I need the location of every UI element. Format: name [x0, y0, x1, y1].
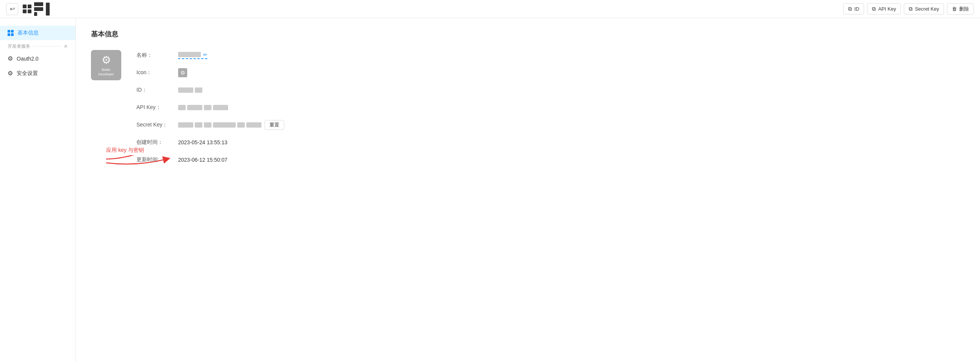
name-text: ✏: [178, 52, 207, 59]
field-row-name: 名称： ✏: [137, 50, 965, 60]
copy-api-key-button[interactable]: ⧉ API Key: [867, 3, 901, 14]
header: ↩ ⧉ ID: [0, 0, 980, 18]
fields-table: 名称： ✏ Icon： ⚙: [137, 50, 965, 172]
sidebar-section-developer: 开发者服务 ✕: [0, 40, 75, 51]
close-section-icon[interactable]: ✕: [64, 44, 68, 49]
oauth-icon: ⚙: [8, 55, 13, 62]
content-area: 基本信息 ⚙ BaiduDeveloper 名称： ✏: [76, 18, 980, 362]
gear-icon: ⚙: [102, 54, 111, 66]
sidebar-oauth-label: Oauth2.0: [17, 56, 39, 62]
name-label: 名称：: [137, 52, 178, 59]
created-label: 创建时间：: [137, 139, 178, 146]
id-button-label: ID: [854, 6, 859, 12]
created-value: 2023-05-24 13:55:13: [178, 139, 228, 145]
app-icon-blocks: [23, 2, 49, 16]
secret-key-redacted: [178, 122, 261, 128]
sidebar-security-label: 安全设置: [17, 70, 38, 77]
back-icon: ↩: [10, 5, 15, 13]
id-value: [178, 87, 202, 93]
sidebar: 基本信息 开发者服务 ✕ ⚙ Oauth2.0 ⚙ 安全设置: [0, 18, 76, 362]
app-icon-label: BaiduDeveloper: [98, 68, 114, 76]
icon-value: ⚙: [178, 68, 187, 77]
copy-icon: ⧉: [848, 6, 852, 12]
copy-icon-2: ⧉: [872, 6, 876, 12]
app-icon: ⚙ BaiduDeveloper: [91, 50, 121, 80]
id-redacted: [178, 87, 202, 93]
sidebar-basic-info-label: 基本信息: [18, 30, 39, 37]
back-button[interactable]: ↩: [6, 3, 18, 15]
api-key-button-label: API Key: [878, 6, 896, 12]
api-key-value: [178, 105, 228, 110]
reset-button[interactable]: 重置: [264, 120, 284, 130]
copy-secret-key-button[interactable]: ⧉ Secret Key: [904, 3, 944, 14]
field-row-api-key: API Key：: [137, 102, 965, 113]
secret-key-button-label: Secret Key: [915, 6, 939, 12]
edit-icon[interactable]: ✏: [203, 52, 207, 57]
id-label: ID：: [137, 87, 178, 94]
developer-services-label: 开发者服务: [8, 43, 30, 49]
copy-id-button[interactable]: ⧉ ID: [843, 3, 864, 14]
field-row-icon: Icon： ⚙: [137, 67, 965, 78]
updated-label: 更新时间:: [137, 156, 178, 163]
main-layout: 基本信息 开发者服务 ✕ ⚙ Oauth2.0 ⚙ 安全设置 基本信息 ⚙ Ba…: [0, 18, 980, 362]
trash-icon: 🗑: [952, 6, 957, 12]
delete-button[interactable]: 🗑 删除: [947, 3, 974, 15]
field-row-secret-key: Secret Key： 重置: [137, 120, 965, 130]
icon-label: Icon：: [137, 69, 178, 76]
sidebar-item-security[interactable]: ⚙ 安全设置: [0, 66, 75, 81]
field-row-id: ID：: [137, 85, 965, 95]
secret-key-value: 重置: [178, 120, 284, 130]
delete-button-label: 删除: [959, 6, 969, 13]
sidebar-item-oauth[interactable]: ⚙ Oauth2.0: [0, 51, 75, 66]
security-icon: ⚙: [8, 70, 13, 77]
page-title: 基本信息: [91, 30, 965, 39]
name-redacted: [178, 52, 201, 57]
secret-key-label: Secret Key：: [137, 122, 178, 129]
updated-value: 2023-06-12 15:50:07: [178, 157, 228, 163]
name-value: ✏: [178, 52, 207, 59]
icon-preview: ⚙: [178, 68, 187, 77]
field-row-created: 创建时间： 2023-05-24 13:55:13: [137, 137, 965, 148]
field-row-updated: 更新时间: 2023-06-12 15:50:07: [137, 154, 965, 165]
api-key-label: API Key：: [137, 104, 178, 111]
header-left: ↩: [6, 2, 49, 16]
api-key-redacted: [178, 105, 228, 110]
info-section: ⚙ BaiduDeveloper 名称： ✏ Ico: [91, 50, 965, 172]
copy-icon-3: ⧉: [909, 6, 913, 12]
header-right: ⧉ ID ⧉ API Key ⧉ Secret Key 🗑 删除: [843, 3, 974, 15]
grid-icon: [8, 30, 14, 36]
sidebar-item-basic-info[interactable]: 基本信息: [0, 26, 75, 40]
